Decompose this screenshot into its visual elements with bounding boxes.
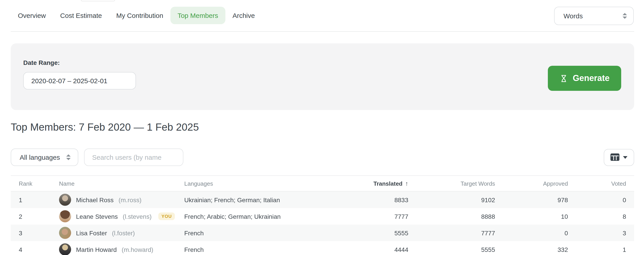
languages-cell: French [184, 229, 350, 236]
rank-cell: 1 [19, 196, 59, 203]
sort-ascending-icon: ↑ [405, 180, 408, 187]
member-name[interactable]: Leane Stevens [76, 213, 118, 220]
col-header-target-words[interactable]: Target Words [408, 180, 495, 187]
avatar [59, 227, 71, 239]
member-name[interactable]: Martin Howard [76, 246, 117, 253]
avatar [59, 243, 71, 255]
name-cell: Lisa Foster (l.foster) [59, 227, 184, 239]
updown-arrows-icon [66, 154, 71, 160]
unit-select[interactable]: Words [554, 7, 634, 25]
table-row[interactable]: 4 Martin Howard (m.howard) French 4444 5… [11, 241, 634, 255]
tab-overview[interactable]: Overview [11, 7, 53, 24]
column-settings-button[interactable] [604, 149, 634, 166]
date-range-input[interactable] [23, 72, 136, 90]
languages-cell: French [184, 246, 350, 253]
updown-arrows-icon [622, 13, 627, 19]
approved-cell: 978 [495, 196, 568, 203]
col-header-translated[interactable]: Translated ↑ [350, 180, 408, 187]
language-filter-select[interactable]: All languages [11, 148, 78, 166]
tab-cost-estimate[interactable]: Cost Estimate [53, 7, 109, 24]
approved-cell: 10 [495, 213, 568, 220]
rank-cell: 3 [19, 229, 59, 236]
voted-cell: 3 [568, 229, 626, 236]
col-header-rank[interactable]: Rank [19, 180, 59, 187]
report-tabs: Overview Cost Estimate My Contribution T… [11, 0, 634, 32]
reports-page: Overview Cost Estimate My Contribution T… [0, 0, 644, 255]
target-words-cell: 8888 [408, 213, 495, 220]
languages-cell: Ukrainian; French; German; Italian [184, 196, 350, 203]
name-cell: Martin Howard (m.howard) [59, 243, 184, 255]
col-header-languages[interactable]: Languages [184, 180, 350, 187]
search-users-input[interactable] [84, 148, 183, 166]
voted-cell: 1 [568, 246, 626, 253]
translated-cell: 4444 [350, 246, 408, 253]
voted-cell: 8 [568, 213, 626, 220]
approved-cell: 0 [495, 229, 568, 236]
name-cell: Michael Ross (m.ross) [59, 194, 184, 206]
member-username: (l.foster) [112, 229, 135, 236]
name-cell: Leane Stevens (l.stevens) YOU [59, 210, 184, 222]
member-username: (m.howard) [122, 246, 154, 253]
table-row[interactable]: 1 Michael Ross (m.ross) Ukrainian; Frenc… [11, 192, 634, 208]
tab-my-contribution[interactable]: My Contribution [109, 7, 170, 24]
top-members-table: Rank Name Languages Translated ↑ Target … [11, 175, 634, 255]
target-words-cell: 7777 [408, 229, 495, 236]
col-header-name[interactable]: Name [59, 180, 184, 187]
date-range-label: Date Range: [23, 59, 634, 66]
table-row[interactable]: 3 Lisa Foster (l.foster) French 5555 777… [11, 224, 634, 241]
rank-cell: 4 [19, 246, 59, 253]
avatar [59, 210, 71, 222]
page-title: Top Members: 7 Feb 2020 — 1 Feb 2025 [11, 120, 634, 134]
you-badge: YOU [158, 212, 175, 220]
voted-cell: 0 [568, 196, 626, 203]
translated-cell: 5555 [350, 229, 408, 236]
generate-button-label: Generate [573, 73, 610, 83]
table-filters: All languages [11, 148, 634, 166]
table-header-row: Rank Name Languages Translated ↑ Target … [11, 175, 634, 192]
target-words-cell: 9102 [408, 196, 495, 203]
col-header-voted[interactable]: Voted [568, 180, 626, 187]
hourglass-icon [559, 74, 568, 82]
table-row[interactable]: 2 Leane Stevens (l.stevens) YOU French; … [11, 208, 634, 224]
member-name[interactable]: Lisa Foster [76, 229, 107, 236]
language-filter-value: All languages [20, 154, 60, 161]
tab-top-members[interactable]: Top Members [170, 7, 226, 24]
avatar [59, 194, 71, 206]
unit-select-value: Words [564, 12, 583, 20]
col-header-approved[interactable]: Approved [495, 180, 568, 187]
target-words-cell: 5555 [408, 246, 495, 253]
member-username: (l.stevens) [123, 213, 152, 220]
approved-cell: 332 [495, 246, 568, 253]
translated-cell: 7777 [350, 213, 408, 220]
languages-cell: French; Arabic; German; Ukrainian [184, 213, 350, 220]
translated-cell: 8833 [350, 196, 408, 203]
report-generator-panel: Date Range: Generate [11, 44, 634, 110]
member-name[interactable]: Michael Ross [76, 196, 114, 203]
generate-button[interactable]: Generate [548, 66, 621, 91]
tab-archive[interactable]: Archive [226, 7, 262, 24]
member-username: (m.ross) [118, 196, 142, 203]
rank-cell: 2 [19, 213, 59, 220]
caret-down-icon [623, 156, 628, 158]
table-columns-icon [610, 154, 620, 161]
